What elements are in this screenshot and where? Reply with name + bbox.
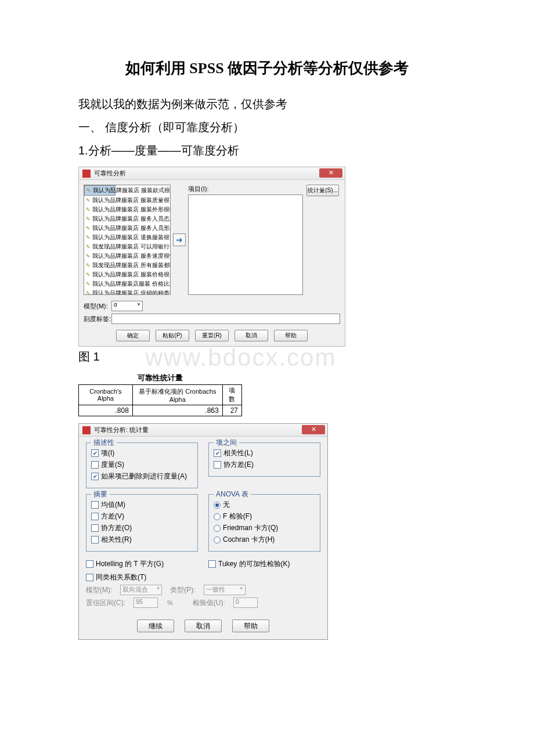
reliability-statistics-dialog: 可靠性分析: 统计量 ✕ 描述性 项(I) 度量(S) 如果项已删除则进行度量(… — [78, 423, 328, 640]
scale-if-deleted-checkbox[interactable]: 如果项已删除则进行度量(A) — [91, 471, 193, 481]
radio-icon — [214, 502, 221, 509]
pencil-icon: ✎ — [86, 253, 91, 259]
pencil-icon: ✎ — [86, 197, 91, 203]
anova-friedman-radio[interactable]: Friedman 卡方(Q) — [214, 523, 315, 533]
group-legend: 摘要 — [91, 489, 110, 499]
covariances-checkbox[interactable]: 协方差(O) — [91, 523, 193, 533]
list-item[interactable]: ✎我认为品牌服装店 服装款式很齐... — [84, 185, 116, 196]
table-header: Cronbach's Alpha — [79, 385, 133, 405]
descriptives-group: 描述性 项(I) 度量(S) 如果项已删除则进行度量(A) — [86, 442, 198, 488]
radio-icon — [214, 537, 221, 543]
tukey-checkbox[interactable]: Tukey 的可加性检验(K) — [208, 559, 320, 569]
list-item[interactable]: ✎我认为品牌服装店 服装质量很可... — [84, 196, 170, 205]
group-legend: 描述性 — [91, 438, 117, 448]
group-legend: ANOVA 表 — [214, 489, 251, 499]
variances-checkbox[interactable]: 方差(V) — [91, 512, 193, 521]
item-checkbox[interactable]: 项(I) — [91, 448, 193, 458]
radio-icon — [214, 513, 221, 520]
checkbox-icon — [214, 461, 221, 469]
model-select: 双向混合 — [120, 585, 162, 595]
help-button[interactable]: 帮助 — [274, 330, 308, 341]
checkbox-icon — [91, 536, 99, 543]
model-label: 模型(M): — [84, 302, 111, 311]
paste-button[interactable]: 粘贴(P) — [156, 330, 189, 341]
scale-checkbox[interactable]: 度量(S) — [91, 460, 193, 470]
type-select: 一致性 — [204, 585, 246, 595]
list-item[interactable]: ✎我发现品牌服装店 所有服装都明... — [84, 261, 170, 270]
checkbox-icon — [91, 449, 99, 457]
paragraph-section: 一、 信度分析（即可靠度分析） — [78, 117, 456, 138]
checkbox-icon — [86, 560, 93, 568]
cancel-button[interactable]: 取消 — [234, 330, 268, 341]
continue-button[interactable]: 继续 — [137, 620, 174, 632]
list-item[interactable]: ✎我认为品牌服装店 服务速度很快... — [84, 251, 170, 261]
radio-icon — [214, 525, 221, 532]
table-cell: .863 — [132, 405, 222, 416]
scale-label-input[interactable] — [111, 314, 340, 324]
pencil-icon: ✎ — [86, 207, 91, 213]
scale-label-label: 刻度标签: — [84, 315, 111, 323]
pencil-icon: ✎ — [86, 244, 91, 250]
table-header: 基于标准化项的 Cronbachs Alpha — [132, 385, 222, 405]
summaries-group: 摘要 均值(M) 方差(V) 协方差(O) 相关性(R) — [86, 494, 198, 552]
hotelling-checkbox[interactable]: Hotelling 的 T 平方(G) — [86, 559, 198, 569]
model-label: 模型(M): — [86, 585, 112, 595]
list-item[interactable]: ✎我认为品牌服装店 退换服装很方... — [84, 233, 170, 242]
list-item[interactable]: ✎我发现品牌服装店 可以用银行卡... — [84, 242, 170, 251]
dialog-titlebar: 可靠性分析 ✕ — [79, 167, 345, 180]
list-item[interactable]: ✎我认为品牌服装店 服务人员态度... — [84, 214, 170, 224]
checkbox-icon — [208, 560, 216, 568]
ok-button[interactable]: 确定 — [116, 330, 150, 341]
pencil-icon: ✎ — [86, 235, 91, 240]
pencil-icon: ✎ — [86, 188, 91, 193]
list-item[interactable]: ✎我认为品牌服装店服装 价格比其... — [84, 279, 170, 289]
pencil-icon: ✎ — [86, 281, 91, 287]
anova-group: ANOVA 表 无 F 检验(F) Friedman 卡方(Q) Cochran… — [208, 494, 320, 552]
anova-cochran-radio[interactable]: Cochran 卡方(H) — [214, 535, 315, 545]
test-value-input: 0 — [233, 597, 258, 608]
statistics-button[interactable]: 统计量(S)... — [306, 185, 339, 196]
close-icon[interactable]: ✕ — [319, 168, 342, 178]
anova-ftest-radio[interactable]: F 检验(F) — [214, 512, 315, 521]
list-item[interactable]: ✎我认为品牌服装店 服务人员形象... — [84, 224, 170, 233]
intraclass-checkbox[interactable]: 同类相关系数(T) — [86, 573, 320, 582]
means-checkbox[interactable]: 均值(M) — [91, 500, 193, 510]
stats-table-title: 可靠性统计量 — [78, 373, 242, 383]
paragraph-intro: 我就以我的数据为例来做示范，仅供参考 — [78, 93, 456, 114]
app-icon — [82, 170, 91, 178]
close-icon[interactable]: ✕ — [302, 425, 325, 434]
help-button[interactable]: 帮助 — [232, 620, 269, 632]
anova-none-radio[interactable]: 无 — [214, 500, 315, 510]
move-right-button[interactable]: ➔ — [173, 233, 186, 246]
list-item[interactable]: ✎我认为品牌服装店 服装外形很时... — [84, 205, 170, 214]
percent-label: % — [167, 599, 173, 606]
checkbox-icon — [91, 524, 99, 532]
app-icon — [82, 426, 91, 434]
covariances-checkbox[interactable]: 协方差(E) — [214, 460, 315, 470]
checkbox-icon — [91, 501, 99, 509]
checkbox-icon — [86, 574, 93, 581]
reset-button[interactable]: 重置(R) — [195, 330, 229, 341]
model-select[interactable]: α — [111, 301, 143, 311]
checkbox-icon — [91, 513, 99, 520]
variable-list[interactable]: ✎我认为品牌服装店 服装款式很齐... ✎我认为品牌服装店 服装质量很可... … — [84, 185, 171, 295]
list-item[interactable]: ✎我认为品牌服装店 服装价格很适... — [84, 270, 170, 279]
page-title: 如何利用 SPSS 做因子分析等分析仅供参考 — [78, 58, 456, 78]
correlations-checkbox[interactable]: 相关性(L) — [214, 448, 315, 458]
table-cell: 27 — [222, 405, 241, 416]
reliability-dialog: 可靠性分析 ✕ ✎我认为品牌服装店 服装款式很齐... ✎我认为品牌服装店 服装… — [78, 167, 345, 347]
checkbox-icon — [91, 461, 99, 469]
list-item[interactable]: ✎我认为品牌服装店 促销的种类很... — [84, 289, 170, 295]
ci-input: 95 — [134, 597, 158, 608]
pencil-icon: ✎ — [86, 225, 91, 231]
selected-items-list[interactable] — [188, 195, 303, 295]
figure-caption: 图 1 — [78, 349, 456, 365]
dialog-titlebar: 可靠性分析: 统计量 ✕ — [79, 424, 327, 437]
cancel-button[interactable]: 取消 — [185, 620, 222, 632]
pencil-icon: ✎ — [86, 290, 91, 295]
correlations-checkbox[interactable]: 相关性(R) — [91, 535, 193, 545]
reliability-stats-table: Cronbach's Alpha 基于标准化项的 Cronbachs Alpha… — [78, 384, 242, 416]
pencil-icon: ✎ — [86, 216, 91, 222]
items-label: 项目(I): — [188, 185, 303, 193]
test-value-label: 检验值(U): — [193, 598, 225, 608]
